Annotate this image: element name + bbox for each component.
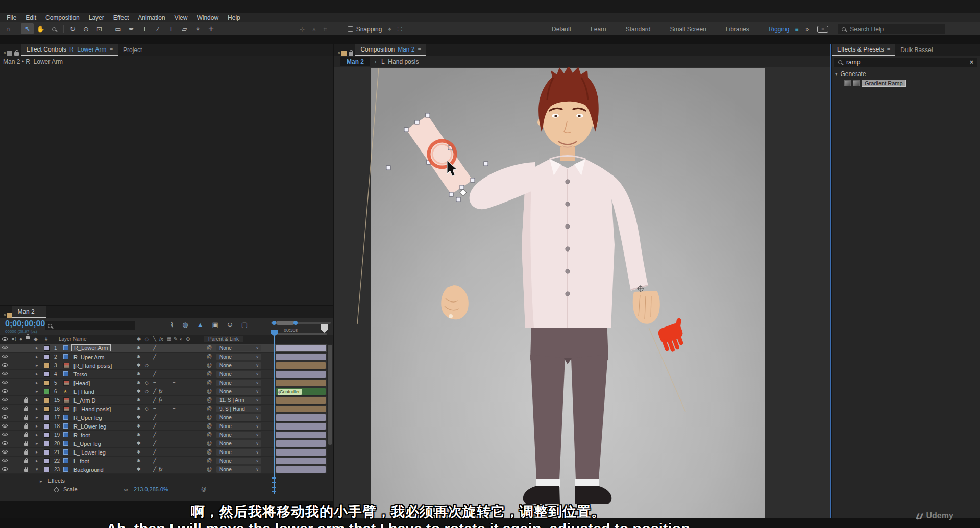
- scrollbar-thumb[interactable]: [328, 345, 332, 445]
- parent-pickwhip-icon[interactable]: @: [207, 458, 212, 463]
- zoom-out-dot[interactable]: [272, 321, 276, 325]
- parent-dropdown[interactable]: None∨: [216, 423, 261, 430]
- effect-item-label[interactable]: Gradient Ramp: [862, 80, 906, 87]
- layer-duration-bar[interactable]: [276, 345, 326, 351]
- quality-switch-icon[interactable]: ╱: [153, 458, 156, 463]
- help-search[interactable]: Search Help: [838, 24, 945, 34]
- current-time-indicator[interactable]: [274, 330, 275, 494]
- layer-name[interactable]: R_Uper leg: [74, 415, 102, 421]
- menu-composition[interactable]: Composition: [41, 14, 84, 21]
- parent-pickwhip-icon[interactable]: @: [207, 406, 212, 411]
- collapse-switch-icon[interactable]: ✱: [137, 441, 141, 446]
- panel-menu-icon[interactable]: ≡: [110, 46, 113, 53]
- tab-effects-presets[interactable]: Effects & Presets ≡: [832, 44, 895, 56]
- label-color-swatch[interactable]: [44, 423, 50, 429]
- table-row-layer-23[interactable]: ▾23Background✱╱fx@None∨: [0, 465, 333, 474]
- collapse-switch-icon[interactable]: ✱: [137, 467, 141, 472]
- menu-layer[interactable]: Layer: [84, 14, 109, 21]
- expand-arrow-icon[interactable]: ▸: [36, 406, 38, 411]
- parent-pickwhip-icon[interactable]: @: [207, 423, 212, 429]
- solo-column-icon[interactable]: ●: [19, 336, 22, 342]
- collapse-switch-icon[interactable]: ✱: [137, 397, 141, 403]
- parent-pickwhip-icon[interactable]: @: [207, 440, 212, 446]
- tool-mask-rect[interactable]: ▭: [112, 23, 125, 34]
- timeline-search[interactable]: [45, 321, 135, 330]
- table-row-layer-18[interactable]: ▸18R_LOwer leg✱╱@None∨: [0, 422, 333, 431]
- layer-name[interactable]: Background: [74, 467, 104, 473]
- parent-pickwhip-icon[interactable]: @: [207, 449, 212, 455]
- parent-dropdown[interactable]: None∨: [216, 362, 261, 369]
- quality-switch-icon[interactable]: −: [153, 406, 156, 411]
- fx-switch-icon[interactable]: fx: [159, 397, 162, 403]
- table-row-layer-2[interactable]: ▸2R_Uper Arm✱╱@None∨: [0, 353, 333, 361]
- quality-switch-icon[interactable]: ╱: [153, 449, 156, 455]
- label-color-swatch[interactable]: [44, 363, 50, 368]
- expand-arrow-icon[interactable]: ▸: [36, 389, 38, 394]
- stopwatch-icon[interactable]: [54, 488, 59, 492]
- zoom-handle[interactable]: [276, 321, 295, 325]
- parent-dropdown[interactable]: None∨: [216, 458, 261, 464]
- layer-duration-bar[interactable]: [276, 406, 326, 412]
- fx-switch-icon[interactable]: fx: [159, 388, 162, 394]
- tab-project[interactable]: Project: [118, 44, 147, 56]
- quality-switch-icon[interactable]: ╱: [153, 432, 156, 437]
- layer-name[interactable]: R_foot: [74, 432, 90, 438]
- tool-zoom[interactable]: [47, 23, 60, 34]
- label-color-swatch[interactable]: [44, 380, 50, 386]
- motion-blur-icon[interactable]: ▣: [212, 321, 218, 329]
- audio-column-icon[interactable]: ◄): [10, 336, 16, 341]
- layer-name[interactable]: L_foot: [74, 458, 89, 464]
- collapse-switch-icon[interactable]: ✱: [137, 432, 141, 437]
- collapse-switch-icon[interactable]: ✱: [137, 345, 141, 350]
- expand-arrow-icon[interactable]: ▸: [36, 397, 38, 403]
- timeline-scrollbar[interactable]: [327, 344, 333, 476]
- quality-switch-icon[interactable]: ╱: [153, 371, 156, 376]
- parent-pickwhip-icon[interactable]: @: [207, 371, 212, 376]
- tool-camera[interactable]: ⊙: [80, 23, 92, 34]
- collapse-switch-icon[interactable]: ✱: [137, 371, 141, 376]
- table-row-layer-4[interactable]: ▸4Torso✱╱@None∨: [0, 370, 333, 379]
- visibility-eye-icon[interactable]: [2, 398, 8, 401]
- collapse-switch-icon[interactable]: ✱: [137, 363, 141, 368]
- quality-switch-icon[interactable]: ╱: [153, 397, 156, 403]
- lock-icon[interactable]: [24, 469, 28, 472]
- visibility-eye-icon[interactable]: [2, 450, 8, 454]
- label-color-swatch[interactable]: [44, 441, 50, 446]
- snap-bounds-icon[interactable]: ⛶: [398, 26, 402, 33]
- parent-pickwhip-icon[interactable]: @: [207, 345, 212, 350]
- chevron-right-icon[interactable]: ▸: [40, 479, 42, 484]
- effects-search-value[interactable]: ramp: [846, 59, 966, 66]
- parent-pickwhip-icon[interactable]: @: [207, 414, 212, 420]
- expand-arrow-icon[interactable]: ▸: [36, 432, 38, 437]
- lock-icon[interactable]: [24, 451, 28, 455]
- table-row-layer-19[interactable]: ▸19R_foot✱╱@None∨: [0, 431, 333, 439]
- close-icon[interactable]: ×: [3, 49, 6, 56]
- layer-name[interactable]: R_Lower Arm: [71, 344, 111, 351]
- workspace-standard[interactable]: Standard: [616, 26, 660, 33]
- lock-icon[interactable]: [24, 460, 28, 463]
- effects-search[interactable]: ramp ×: [834, 58, 977, 67]
- workspace-small-screen[interactable]: Small Screen: [660, 26, 716, 33]
- layer-marker-controller[interactable]: Controller: [278, 389, 302, 395]
- panel-menu-icon[interactable]: ≡: [38, 309, 41, 315]
- quality-switch-icon[interactable]: ╱: [153, 345, 156, 350]
- parent-dropdown[interactable]: None∨: [216, 371, 261, 378]
- parent-dropdown[interactable]: None∨: [216, 354, 261, 360]
- tool-hand[interactable]: ✋: [34, 23, 47, 34]
- workspace-libraries[interactable]: Libraries: [716, 26, 759, 33]
- breadcrumb-comp[interactable]: Man 2: [340, 57, 370, 66]
- lock-icon[interactable]: [24, 417, 28, 420]
- zoom-in-dot[interactable]: [293, 321, 298, 325]
- label-color-swatch[interactable]: [44, 458, 50, 464]
- layer-name[interactable]: L_ Lower leg: [74, 449, 106, 456]
- tab-timeline-man2[interactable]: Man 2 ≡: [12, 306, 46, 318]
- expand-arrow-icon[interactable]: ▸: [36, 371, 38, 376]
- label-color-swatch[interactable]: [44, 449, 50, 455]
- menu-view[interactable]: View: [170, 14, 192, 21]
- visibility-eye-icon[interactable]: [2, 433, 8, 436]
- expand-arrow-icon[interactable]: ▸: [36, 449, 38, 455]
- expand-arrow-icon[interactable]: ▸: [36, 363, 38, 368]
- brainstorm-icon[interactable]: ⊜: [227, 321, 233, 329]
- quality-switch-icon[interactable]: ╱: [153, 414, 156, 420]
- table-row-layer-15[interactable]: ▸15L_Arm D✱╱fx@11. S | Arm∨: [0, 396, 333, 405]
